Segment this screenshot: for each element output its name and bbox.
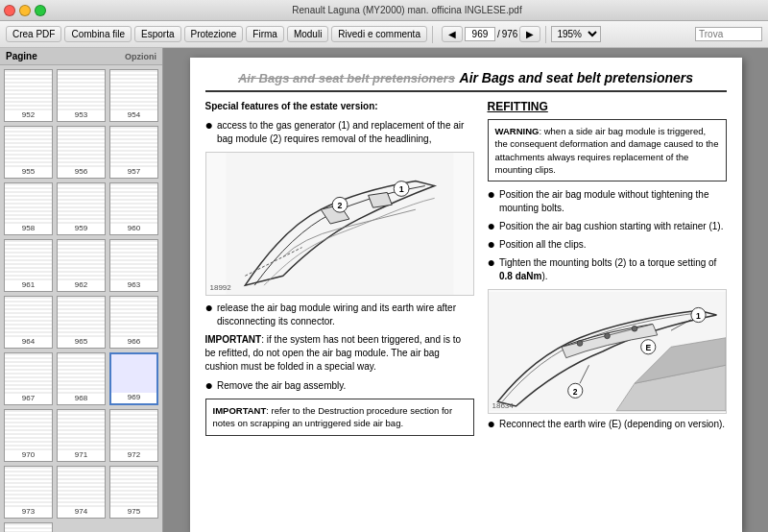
sidebar-header: Pagine Opzioni	[0, 48, 162, 65]
thumbnail-974[interactable]: 974	[57, 466, 106, 519]
find-input[interactable]	[695, 27, 762, 41]
remove-text: Remove the air bag assembly.	[217, 379, 346, 393]
diagram-1-svg: 1 2	[206, 153, 473, 295]
diagram-2: 1 2 E 18634	[488, 289, 727, 414]
reconnect-bullet: ● Reconnect the earth wire (E) (dependin…	[488, 418, 727, 431]
remove-bullet: ● Remove the air bag assembly.	[205, 379, 474, 393]
title-bar: Renault Laguna (MY2000) man. officina IN…	[0, 0, 768, 21]
thumbnail-968[interactable]: 968	[57, 352, 106, 405]
left-column: Special features of the estate version: …	[205, 100, 474, 520]
bullet-icon-r5: ●	[488, 417, 495, 430]
thumbnail-954[interactable]: 954	[109, 69, 158, 122]
svg-text:1: 1	[398, 184, 403, 194]
right-bullet-4: ● Tighten the mounting bolts (2) to a to…	[488, 256, 727, 283]
diagram-2-svg: 1 2 E	[489, 290, 726, 413]
important2-box: IMPORTANT: refer to the Destruction proc…	[205, 399, 474, 436]
thumbnail-955[interactable]: 955	[4, 126, 53, 179]
right-bullet-2: ● Position the air bag cushion starting …	[488, 220, 727, 233]
zoom-select[interactable]: 195%	[551, 26, 601, 42]
thumbnail-958[interactable]: 958	[4, 182, 53, 235]
sign-button[interactable]: Firma	[246, 26, 284, 42]
pdf-page: Air Bags and seat belt pretensioners Air…	[190, 58, 742, 532]
thumbnail-971[interactable]: 971	[57, 409, 106, 462]
svg-text:2: 2	[572, 387, 577, 397]
current-page-input[interactable]	[465, 27, 495, 41]
thumbnail-963[interactable]: 963	[109, 239, 158, 292]
bullet-icon-r4: ●	[488, 255, 495, 269]
bullet-icon-2: ●	[205, 301, 213, 314]
refitting-title: REFITTING	[488, 100, 727, 113]
thumbnail-966[interactable]: 966	[109, 296, 158, 349]
forms-button[interactable]: Moduli	[287, 26, 328, 42]
next-page-button[interactable]: ▶	[519, 26, 540, 42]
bullet-icon-3: ●	[205, 378, 213, 392]
svg-rect-0	[226, 153, 453, 295]
thumbnail-970[interactable]: 970	[4, 409, 53, 462]
thumbnail-957[interactable]: 957	[109, 126, 158, 179]
sidebar-title: Pagine	[6, 51, 37, 61]
important1-label: IMPORTANT	[205, 334, 262, 345]
release-bullet: ● release the air bag module wiring and …	[205, 302, 474, 328]
right-bullet-2-text: Position the air bag cushion starting wi…	[499, 220, 723, 233]
main-area: Pagine Opzioni 952 953 954 955 956 957 9…	[0, 48, 768, 532]
thumbnail-960[interactable]: 960	[109, 182, 158, 235]
sidebar-options-button[interactable]: Opzioni	[125, 52, 156, 61]
thumbnail-959[interactable]: 959	[57, 182, 106, 235]
svg-text:E: E	[645, 343, 651, 352]
bullet-icon-1: ●	[205, 118, 213, 132]
torque-value: 0.8 daNm	[499, 271, 541, 281]
separator	[432, 26, 433, 43]
separator2	[545, 26, 546, 43]
important1-text: IMPORTANT: if the system has not been tr…	[205, 333, 474, 374]
release-text: release the air bag module wiring and it…	[217, 302, 474, 328]
thumbnail-953[interactable]: 953	[57, 69, 106, 122]
left-bullet-1: ● access to the gas generator (1) and re…	[205, 119, 474, 146]
minimize-button[interactable]	[19, 5, 31, 16]
svg-point-7	[577, 341, 583, 347]
right-bullet-3-text: Position all the clips.	[499, 238, 587, 252]
thumbnail-962[interactable]: 962	[57, 239, 106, 292]
bullet-icon-r2: ●	[488, 219, 495, 232]
two-column-layout: Special features of the estate version: …	[205, 100, 727, 520]
thumbnail-952[interactable]: 952	[4, 69, 53, 122]
review-button[interactable]: Rivedi e commenta	[331, 26, 427, 42]
svg-point-8	[604, 333, 610, 339]
toolbar: Crea PDF Combina file Esporta Protezione…	[0, 21, 768, 48]
window-title: Renault Laguna (MY2000) man. officina IN…	[50, 5, 764, 15]
thumbnail-965[interactable]: 965	[57, 296, 106, 349]
thumbnail-973[interactable]: 973	[4, 466, 53, 519]
export-button[interactable]: Esporta	[134, 26, 180, 42]
create-pdf-button[interactable]: Crea PDF	[6, 26, 61, 42]
close-button[interactable]	[4, 5, 15, 16]
protection-button[interactable]: Protezione	[184, 26, 244, 42]
combine-files-button[interactable]: Combina file	[64, 26, 132, 42]
thumbnail-976[interactable]: 976	[4, 522, 53, 532]
prev-page-button[interactable]: ◀	[442, 26, 463, 42]
page-title: Air Bags and seat belt pretensioners Air…	[205, 69, 727, 92]
maximize-button[interactable]	[35, 5, 46, 16]
page-title-text: Air Bags and seat belt pretensioners	[238, 71, 455, 85]
diagram-1-label: 18992	[210, 283, 231, 292]
reconnect-text: Reconnect the earth wire (E) (depending …	[499, 418, 725, 431]
diagram-1: 1 2 18992	[205, 152, 474, 296]
right-bullet-4-text: Tighten the mounting bolts (2) to a torq…	[499, 256, 727, 283]
warning-label: WARNING	[495, 126, 540, 136]
thumbnail-956[interactable]: 956	[57, 126, 106, 179]
thumbnails-grid: 952 953 954 955 956 957 958 959 960 961 …	[0, 65, 162, 532]
thumbnail-961[interactable]: 961	[4, 239, 53, 292]
left-bullet-1-text: access to the gas generator (1) and repl…	[217, 119, 474, 146]
svg-text:1: 1	[696, 311, 701, 321]
diagram-2-label: 18634	[492, 401, 514, 410]
page-separator: /	[497, 29, 500, 39]
thumbnail-967[interactable]: 967	[4, 352, 53, 405]
special-features-heading: Special features of the estate version:	[205, 101, 378, 111]
thumbnail-964[interactable]: 964	[4, 296, 53, 349]
page-title-display: Air Bags and seat belt pretensioners	[460, 70, 694, 85]
page-navigation: ◀ / 976 ▶	[442, 26, 540, 42]
warning-box: WARNING: when a side air bag module is t…	[488, 119, 727, 181]
bullet-icon-r3: ●	[488, 237, 495, 251]
thumbnail-969[interactable]: 969	[109, 352, 158, 405]
thumbnail-972[interactable]: 972	[109, 409, 158, 462]
thumbnail-975[interactable]: 975	[109, 466, 158, 519]
right-bullet-3: ● Position all the clips.	[488, 238, 727, 252]
